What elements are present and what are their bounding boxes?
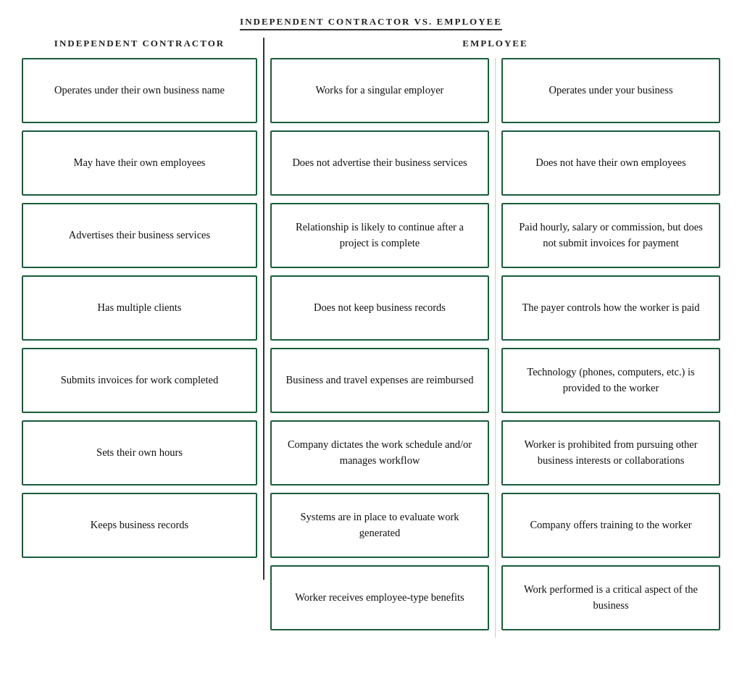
employee-right-card-er8: Work performed is a critical aspect of t… bbox=[501, 565, 720, 630]
employee-left-card-text-el7: Systems are in place to evaluate work ge… bbox=[283, 509, 476, 541]
contractor-card-text-c7: Keeps business records bbox=[91, 517, 188, 533]
contractor-card-c5: Submits invoices for work completed bbox=[22, 348, 257, 413]
employee-left-card-text-el2: Does not advertise their business servic… bbox=[292, 155, 467, 171]
page-container: Independent Contractor vs. Employee Inde… bbox=[22, 14, 720, 638]
employee-right-card-text-er4: The payer controls how the worker is pai… bbox=[522, 300, 699, 316]
page-title: Independent Contractor vs. Employee bbox=[240, 16, 502, 30]
employee-left-card-el8: Worker receives employee-type benefits bbox=[270, 565, 489, 630]
employee-left-card-text-el8: Worker receives employee-type benefits bbox=[295, 590, 464, 606]
contractor-card-c3: Advertises their business services bbox=[22, 203, 257, 268]
contractor-card-c6: Sets their own hours bbox=[22, 420, 257, 486]
main-layout: Independent Contractor Operates under th… bbox=[22, 38, 720, 638]
employee-left-card-el7: Systems are in place to evaluate work ge… bbox=[270, 493, 489, 558]
employee-right-card-er3: Paid hourly, salary or commission, but d… bbox=[501, 203, 720, 268]
contractor-card-text-c6: Sets their own hours bbox=[96, 445, 183, 461]
contractor-card-text-c5: Submits invoices for work completed bbox=[61, 372, 218, 388]
contractor-card-c4: Has multiple clients bbox=[22, 275, 257, 341]
contractor-header: Independent Contractor bbox=[22, 38, 257, 49]
page-title-area: Independent Contractor vs. Employee bbox=[22, 14, 720, 30]
contractor-card-text-c4: Has multiple clients bbox=[98, 300, 182, 316]
employee-left-card-text-el1: Works for a singular employer bbox=[316, 83, 444, 99]
employee-right-card-text-er7: Company offers training to the worker bbox=[530, 517, 691, 533]
employee-header: Employee bbox=[270, 38, 720, 49]
employee-right-card-er2: Does not have their own employees bbox=[501, 130, 720, 196]
employee-left-card-el3: Relationship is likely to continue after… bbox=[270, 203, 489, 268]
contractor-card-text-c2: May have their own employees bbox=[73, 155, 205, 171]
employee-left-card-text-el5: Business and travel expenses are reimbur… bbox=[286, 372, 474, 388]
employee-right-card-text-er3: Paid hourly, salary or commission, but d… bbox=[514, 220, 707, 251]
employee-left-card-el1: Works for a singular employer bbox=[270, 58, 489, 123]
employee-right-card-er5: Technology (phones, computers, etc.) is … bbox=[501, 348, 720, 413]
employee-right-card-text-er6: Worker is prohibited from pursuing other… bbox=[514, 437, 707, 469]
contractor-card-c1: Operates under their own business name bbox=[22, 58, 257, 123]
employee-left-card-text-el4: Does not keep business records bbox=[314, 300, 446, 316]
employee-left-card-text-el6: Company dictates the work schedule and/o… bbox=[283, 437, 476, 469]
employee-right-card-er1: Operates under your business bbox=[501, 58, 720, 123]
contractor-card-c2: May have their own employees bbox=[22, 130, 257, 196]
employee-left-card-text-el3: Relationship is likely to continue after… bbox=[283, 220, 476, 251]
employee-left-card-el4: Does not keep business records bbox=[270, 275, 489, 341]
employee-left-col: Works for a singular employerDoes not ad… bbox=[270, 58, 496, 638]
employee-right-col: Operates under your businessDoes not hav… bbox=[496, 58, 720, 638]
contractor-card-text-c3: Advertises their business services bbox=[69, 228, 210, 243]
employee-right-card-er6: Worker is prohibited from pursuing other… bbox=[501, 420, 720, 486]
contractor-card-text-c1: Operates under their own business name bbox=[54, 83, 225, 99]
contractor-card-c7: Keeps business records bbox=[22, 493, 257, 558]
employee-right-card-er7: Company offers training to the worker bbox=[501, 493, 720, 558]
employee-right-card-text-er2: Does not have their own employees bbox=[535, 155, 685, 171]
employee-right-card-er4: The payer controls how the worker is pai… bbox=[501, 275, 720, 341]
employee-section: Employee Works for a singular employerDo… bbox=[264, 38, 720, 638]
employee-right-card-text-er5: Technology (phones, computers, etc.) is … bbox=[514, 364, 707, 396]
employee-left-card-el6: Company dictates the work schedule and/o… bbox=[270, 420, 489, 486]
employee-left-card-el2: Does not advertise their business servic… bbox=[270, 130, 489, 196]
employee-columns: Works for a singular employerDoes not ad… bbox=[270, 58, 720, 638]
employee-left-card-el5: Business and travel expenses are reimbur… bbox=[270, 348, 489, 413]
employee-right-card-text-er1: Operates under your business bbox=[549, 83, 672, 99]
contractor-cards-list: Operates under their own business nameMa… bbox=[22, 58, 257, 558]
employee-right-card-text-er8: Work performed is a critical aspect of t… bbox=[514, 582, 707, 614]
contractor-section: Independent Contractor Operates under th… bbox=[22, 38, 264, 580]
